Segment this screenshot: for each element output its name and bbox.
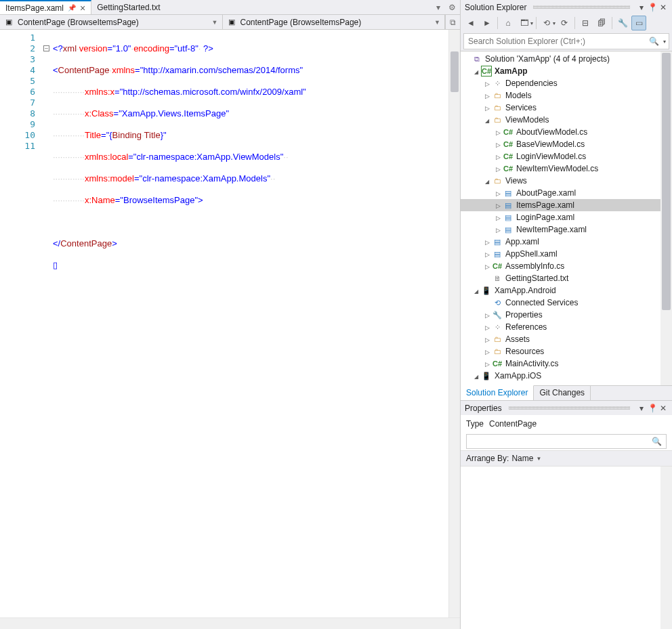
tree-scrollbar[interactable] (660, 51, 672, 385)
tree-node-appshell[interactable]: ▤AppShell.xaml (461, 248, 672, 260)
tree-node-itemspage[interactable]: ▤ItemsPage.xaml (461, 199, 672, 211)
solution-icon: ⧉ (471, 53, 482, 64)
preview-icon[interactable]: ▭ (631, 16, 646, 30)
expand-icon[interactable] (482, 324, 492, 331)
properties-search[interactable]: 🔍 (466, 434, 667, 449)
expand-icon[interactable] (482, 348, 492, 355)
solution-node[interactable]: ⧉Solution 'XamApp' (4 of 4 projects) (461, 53, 672, 65)
tree-node-gettingstarted[interactable]: 🗎GettingStarted.txt (461, 272, 672, 284)
expand-icon[interactable] (482, 177, 492, 185)
solution-tree[interactable]: ⧉Solution 'XamApp' (4 of 4 projects) C#X… (461, 51, 672, 385)
back-icon[interactable]: ◄ (463, 16, 478, 30)
expand-icon[interactable] (482, 336, 492, 343)
code-text[interactable]: <?xml·version="1.0"·encoding="utf-8"· ?>… (53, 30, 448, 617)
project-node-android[interactable]: 📱XamApp.Android (461, 284, 672, 297)
sync-icon[interactable]: ⟲ (539, 16, 554, 30)
expand-icon[interactable] (482, 360, 492, 368)
horizontal-scrollbar[interactable] (0, 617, 460, 629)
expand-icon[interactable] (482, 116, 492, 124)
window-menu-icon[interactable]: ▾ (637, 404, 646, 413)
tab-solution-explorer[interactable]: Solution Explorer (461, 385, 534, 400)
code-editor[interactable]: 1 2 3 4 5 6 7 8 9 10 11 − <?xml·version=… (0, 30, 460, 617)
vertical-scrollbar[interactable] (448, 30, 460, 617)
tool-window-column: Solution Explorer ▾ 📍 ✕ ◄ ► ⌂ 🗔▾ ⟲▾ ⟳ ⊟ … (461, 0, 672, 629)
search-icon[interactable]: 🔍 (648, 437, 666, 446)
folder-icon: 🗀 (492, 334, 503, 345)
tree-node-resources[interactable]: 🗀Resources (461, 345, 672, 357)
expand-icon[interactable] (482, 92, 492, 100)
tree-node-views[interactable]: 🗀Views (461, 175, 672, 187)
expand-icon[interactable] (471, 68, 481, 75)
switch-views-icon[interactable]: 🗔 (517, 16, 532, 30)
pin-icon[interactable]: 📍 (648, 3, 657, 12)
expand-icon[interactable] (471, 372, 481, 380)
expand-icon[interactable] (482, 80, 492, 87)
nav-right-label: ContentPage (BrowseItemsPage) (240, 18, 362, 27)
pin-icon[interactable]: 📍 (648, 404, 657, 413)
properties-grid[interactable] (461, 467, 672, 629)
expand-icon[interactable] (493, 214, 503, 221)
close-icon[interactable]: ✕ (658, 3, 668, 12)
tree-node-assemblyinfo[interactable]: C#AssemblyInfo.cs (461, 260, 672, 272)
tree-node-services[interactable]: 🗀Services (461, 102, 672, 114)
close-icon[interactable]: ✕ (658, 404, 668, 413)
solution-explorer-search[interactable]: 🔍▾ (463, 33, 669, 49)
tree-node-viewmodels[interactable]: 🗀ViewModels (461, 114, 672, 126)
tree-node-newitemvm[interactable]: C#NewItemViewModel.cs (461, 162, 672, 175)
tree-node-basevm[interactable]: C#BaseViewModel.cs (461, 138, 672, 150)
expand-icon[interactable] (493, 202, 503, 209)
show-all-icon[interactable]: 🗐 (594, 16, 609, 30)
tab-git-changes[interactable]: Git Changes (534, 386, 591, 400)
project-node-xamapp[interactable]: C#XamApp (461, 65, 672, 77)
tree-node-newitempage[interactable]: ▤NewItemPage.xaml (461, 223, 672, 236)
search-input[interactable] (464, 37, 645, 46)
tree-node-loginpage[interactable]: ▤LoginPage.xaml (461, 211, 672, 223)
expand-icon[interactable] (493, 141, 503, 148)
expand-icon[interactable] (493, 153, 503, 160)
tab-dropdown-icon[interactable]: ▾ (432, 0, 444, 14)
fold-toggle[interactable]: − (43, 45, 49, 51)
csproj-icon: C# (481, 66, 492, 77)
tree-node-app[interactable]: ▤App.xaml (461, 236, 672, 248)
tree-node-connserv[interactable]: ⟲Connected Services (461, 297, 672, 309)
properties-icon[interactable]: 🔧 (615, 16, 630, 30)
tab-itemspage[interactable]: ItemsPage.xaml 📌 × (0, 0, 91, 14)
close-icon[interactable]: × (80, 3, 85, 13)
tree-node-loginvm[interactable]: C#LoginViewModel.cs (461, 150, 672, 162)
split-icon[interactable]: ⧉ (445, 15, 460, 29)
expand-icon[interactable] (471, 287, 481, 295)
forward-icon[interactable]: ► (480, 16, 495, 30)
tree-node-references[interactable]: ⁘References (461, 321, 672, 333)
tree-node-dependencies[interactable]: ⁘Dependencies (461, 77, 672, 89)
properties-search-input[interactable] (467, 437, 648, 447)
expand-icon[interactable] (493, 165, 503, 173)
collapse-icon[interactable]: ⊟ (578, 16, 593, 30)
expand-icon[interactable] (482, 238, 492, 246)
tree-node-aboutpage[interactable]: ▤AboutPage.xaml (461, 187, 672, 199)
tree-node-properties[interactable]: 🔧Properties (461, 309, 672, 321)
tree-node-assets[interactable]: 🗀Assets (461, 333, 672, 345)
home-icon[interactable]: ⌂ (501, 16, 516, 30)
expand-icon[interactable] (493, 226, 503, 234)
tab-gettingstarted[interactable]: GettingStarted.txt (91, 0, 166, 14)
properties-scrollbar[interactable] (660, 467, 672, 629)
arrange-label: Arrange By: (466, 454, 509, 463)
expand-icon[interactable] (482, 104, 492, 112)
gear-icon[interactable]: ⚙ (444, 0, 460, 14)
expand-icon[interactable] (482, 263, 492, 270)
type-dropdown[interactable]: ▣ ContentPage (BrowseItemsPage) ▼ (0, 15, 223, 29)
search-icon[interactable]: 🔍 (645, 37, 663, 46)
pin-icon[interactable]: 📌 (68, 4, 76, 12)
refresh-icon[interactable]: ⟳ (557, 16, 572, 30)
tree-node-aboutvm[interactable]: C#AboutViewModel.cs (461, 126, 672, 138)
expand-icon[interactable] (493, 190, 503, 197)
tree-node-mainactivity[interactable]: C#MainActivity.cs (461, 357, 672, 370)
project-node-ios[interactable]: 📱XamApp.iOS (461, 370, 672, 382)
expand-icon[interactable] (482, 251, 492, 258)
expand-icon[interactable] (493, 129, 503, 136)
window-menu-icon[interactable]: ▾ (637, 3, 646, 12)
expand-icon[interactable] (482, 311, 492, 319)
member-dropdown[interactable]: ▣ ContentPage (BrowseItemsPage) ▼ (223, 15, 446, 29)
tree-node-models[interactable]: 🗀Models (461, 89, 672, 102)
arrange-by-row[interactable]: Arrange By: Name ▼ (461, 450, 672, 467)
